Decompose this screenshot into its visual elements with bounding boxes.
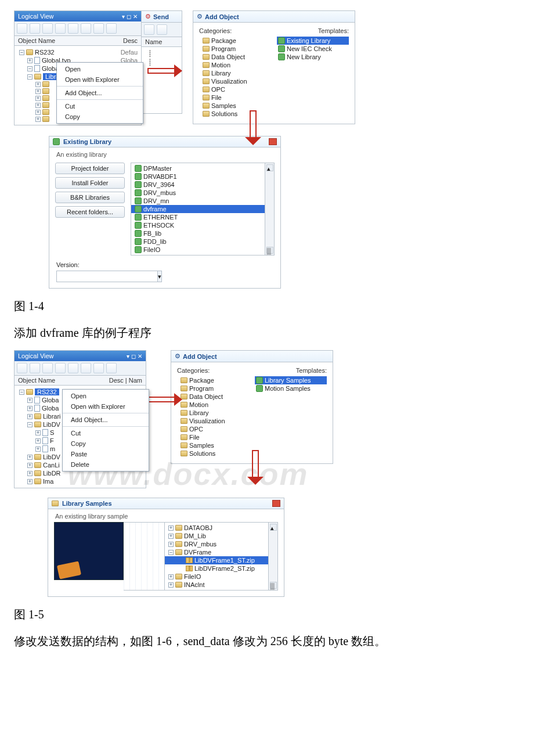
tree-label[interactable]: CanLi xyxy=(43,462,60,469)
templates-list[interactable]: Existing LibraryNew IEC CheckNew Library xyxy=(277,37,349,118)
list-item[interactable]: Library xyxy=(177,409,249,417)
tree-row[interactable]: −RS232Defau xyxy=(16,48,140,56)
tree-label[interactable]: m xyxy=(50,445,55,452)
expand-toggle[interactable]: + xyxy=(27,471,33,476)
toolbar-btn[interactable] xyxy=(106,363,117,373)
context-menu[interactable]: OpenOpen with ExplorerAdd Object...CutCo… xyxy=(62,389,149,471)
tree-row[interactable]: −DVFrame xyxy=(165,548,268,556)
expand-toggle[interactable]: − xyxy=(168,550,174,555)
list-item[interactable]: dvframe xyxy=(131,205,265,213)
list-item[interactable]: DRV_3964 xyxy=(131,181,265,189)
toolbar-btn[interactable] xyxy=(42,363,53,373)
toolbar-btn[interactable] xyxy=(42,23,53,34)
expand-toggle[interactable]: + xyxy=(35,430,41,435)
expand-toggle[interactable]: + xyxy=(27,479,33,484)
list-item[interactable]: Samples xyxy=(177,441,249,449)
toolbar-btn[interactable] xyxy=(93,23,104,34)
expand-toggle[interactable]: + xyxy=(35,96,41,101)
template-item[interactable]: New Library xyxy=(277,53,349,61)
expand-toggle[interactable]: + xyxy=(35,438,41,444)
expand-toggle[interactable]: + xyxy=(35,447,41,452)
tree-row[interactable]: +DM_Lib xyxy=(165,532,268,540)
tree-label[interactable]: RS232 xyxy=(35,49,55,56)
expand-toggle[interactable]: − xyxy=(19,50,24,55)
expand-toggle[interactable]: + xyxy=(35,110,41,115)
toolbar-btn[interactable] xyxy=(17,23,27,34)
list-item[interactable]: Data Object xyxy=(199,53,271,61)
tree-label[interactable]: DATAOBJ xyxy=(184,524,212,531)
tree-row[interactable]: +Ima xyxy=(16,477,145,485)
expand-toggle[interactable]: + xyxy=(168,582,174,588)
menu-item[interactable]: Copy xyxy=(63,438,149,449)
tree-label[interactable]: Librari xyxy=(43,413,61,420)
list-item[interactable]: FileIO xyxy=(131,246,265,254)
template-item[interactable]: Motion Samples xyxy=(255,384,327,393)
expand-toggle[interactable]: + xyxy=(27,398,33,403)
scrollbar[interactable]: ▴▒ xyxy=(265,163,274,255)
list-item[interactable]: OPC xyxy=(199,85,271,93)
list-item[interactable]: DRV_mbus xyxy=(131,189,265,197)
source-button[interactable]: Project folder xyxy=(55,163,125,174)
list-item[interactable]: Package xyxy=(199,37,271,45)
list-item[interactable]: File xyxy=(177,433,249,441)
list-item[interactable]: File xyxy=(199,93,271,102)
categories-list[interactable]: PackageProgramData ObjectMotionLibraryVi… xyxy=(177,376,249,458)
list-item[interactable]: Data Object xyxy=(177,393,249,401)
toolbar-btn[interactable] xyxy=(55,23,66,34)
sample-tree[interactable]: +DATAOBJ+DM_Lib+DRV_mbus−DVFrameLibDVFra… xyxy=(165,523,268,590)
tree-label[interactable]: LibDV xyxy=(43,421,60,428)
categories-list[interactable]: PackageProgramData ObjectMotionLibraryVi… xyxy=(199,37,271,118)
tree-label[interactable]: LibDVFrame1_ST.zip xyxy=(194,557,255,564)
tree-label[interactable]: Ima xyxy=(43,478,53,485)
expand-toggle[interactable]: − xyxy=(19,390,24,395)
tree-label[interactable]: LibDR xyxy=(43,470,61,477)
close-button[interactable] xyxy=(269,138,277,145)
toolbar-btn[interactable] xyxy=(106,23,117,34)
tree-label[interactable]: DRV_mbus xyxy=(184,541,217,548)
tree-label[interactable]: S xyxy=(50,429,54,436)
version-select[interactable] xyxy=(56,271,158,282)
tree-label[interactable]: Globa xyxy=(42,405,59,412)
templates-list[interactable]: Library SamplesMotion Samples xyxy=(255,376,327,458)
toolbar-btn[interactable] xyxy=(81,363,91,373)
expand-toggle[interactable]: − xyxy=(27,422,33,427)
template-item[interactable]: New IEC Check xyxy=(277,45,349,53)
template-item[interactable]: Library Samples xyxy=(255,376,327,384)
menu-item[interactable]: Add Object... xyxy=(57,88,143,98)
toolbar-btn[interactable] xyxy=(93,363,104,373)
expand-toggle[interactable]: + xyxy=(27,455,33,460)
tree-row[interactable]: LibDVFrame1_ST.zip xyxy=(165,556,268,564)
tree-row[interactable]: +FileIO xyxy=(165,573,268,581)
list-item[interactable]: ETHERNET xyxy=(131,213,265,221)
list-item[interactable]: DPMaster xyxy=(131,164,265,172)
expand-toggle[interactable]: + xyxy=(35,117,41,122)
list-item[interactable]: DRVABDF1 xyxy=(131,172,265,181)
menu-item[interactable]: Open with Explorer xyxy=(63,401,149,412)
expand-toggle[interactable]: − xyxy=(27,74,33,80)
list-item[interactable]: Solutions xyxy=(177,449,249,458)
tree-row[interactable]: +DATAOBJ xyxy=(165,524,268,532)
tree-label[interactable]: F xyxy=(50,437,54,444)
toolbar-btn[interactable] xyxy=(144,24,154,35)
menu-item[interactable]: Open with Explorer xyxy=(57,74,143,85)
toolbar-btn[interactable] xyxy=(30,363,40,373)
expand-toggle[interactable]: + xyxy=(168,534,174,539)
tree-label[interactable]: INAclnt xyxy=(184,581,204,588)
list-item[interactable]: Library xyxy=(199,69,271,77)
list-item[interactable]: Motion xyxy=(177,401,249,409)
toolbar-btn[interactable] xyxy=(68,23,78,34)
expand-toggle[interactable]: + xyxy=(35,89,41,94)
menu-item[interactable]: Paste xyxy=(63,449,149,459)
list-item[interactable]: DRV_mn xyxy=(131,197,265,205)
menu-item[interactable]: Cut xyxy=(63,428,149,438)
tree-label[interactable]: Globa xyxy=(42,397,59,404)
list-item[interactable]: Samples xyxy=(199,102,271,110)
source-button[interactable]: Recent folders... xyxy=(55,206,125,218)
tree-row[interactable]: +INAclnt xyxy=(165,581,268,589)
toolbar-btn[interactable] xyxy=(157,24,167,35)
tree-label[interactable]: RS232 xyxy=(35,388,59,395)
list-item[interactable]: Motion xyxy=(199,61,271,69)
tree-label[interactable]: DM_Lib xyxy=(184,532,206,539)
library-list[interactable]: DPMasterDRVABDF1DRV_3964DRV_mbusDRV_mndv… xyxy=(131,163,265,255)
tree-label[interactable]: LibDVFrame2_ST.zip xyxy=(194,565,255,572)
